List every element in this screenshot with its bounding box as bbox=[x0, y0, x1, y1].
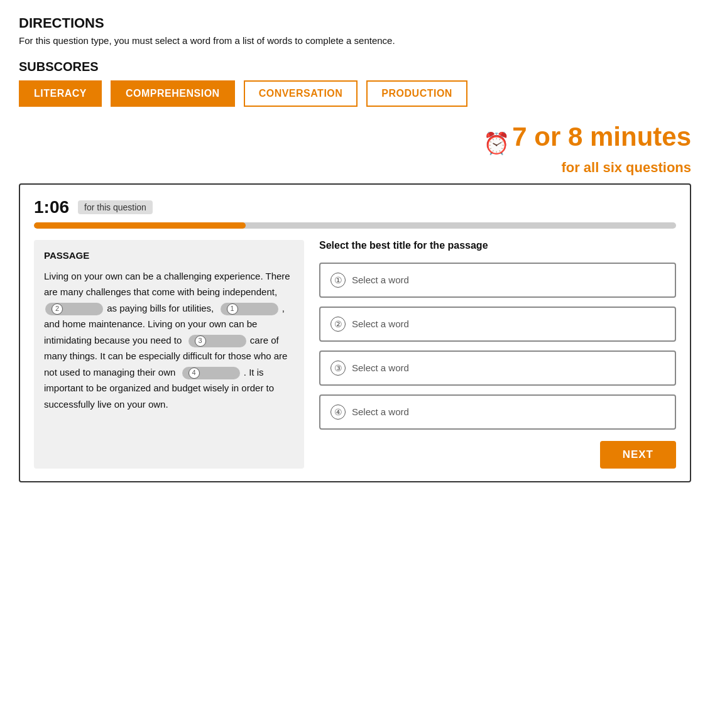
option-label-2: Select a word bbox=[352, 318, 409, 329]
answer-option-1[interactable]: ① Select a word bbox=[319, 263, 676, 298]
subscores-title: SUBSCORES bbox=[19, 60, 691, 74]
passage-label: PASSAGE bbox=[44, 250, 294, 261]
directions-title: DIRECTIONS bbox=[19, 15, 691, 31]
question-time: 1:06 bbox=[34, 197, 69, 217]
subscore-comprehension[interactable]: COMPREHENSION bbox=[111, 80, 235, 107]
question-time-label: for this question bbox=[78, 200, 153, 214]
passage-text: Living on your own can be a challenging … bbox=[44, 268, 294, 413]
answer-option-4[interactable]: ④ Select a word bbox=[319, 394, 676, 430]
main-box: 1:06 for this question PASSAGE Living on… bbox=[19, 183, 691, 482]
option-circle-1: ① bbox=[330, 273, 346, 288]
answer-option-3[interactable]: ③ Select a word bbox=[319, 350, 676, 386]
blank-chip-4: 4 bbox=[182, 367, 240, 379]
progress-bar-fill bbox=[34, 222, 246, 229]
passage-col: PASSAGE Living on your own can be a chal… bbox=[34, 240, 304, 469]
timer-sub: for all six questions bbox=[19, 160, 691, 176]
option-label-4: Select a word bbox=[352, 406, 409, 417]
subscores-row: LITERACY COMPREHENSION CONVERSATION PROD… bbox=[19, 80, 691, 107]
option-label-3: Select a word bbox=[352, 362, 409, 373]
content-row: PASSAGE Living on your own can be a chal… bbox=[34, 240, 676, 469]
next-button[interactable]: NEXT bbox=[600, 441, 676, 469]
blank-chip-2: 2 bbox=[45, 303, 103, 315]
progress-bar-bg bbox=[34, 222, 676, 229]
option-circle-3: ③ bbox=[330, 361, 346, 376]
subscore-production[interactable]: PRODUCTION bbox=[366, 80, 467, 107]
option-label-1: Select a word bbox=[352, 274, 409, 285]
subscore-literacy[interactable]: LITERACY bbox=[19, 80, 102, 107]
timer-icon: ⏰ bbox=[483, 131, 510, 155]
question-heading: Select the best title for the passage bbox=[319, 240, 676, 251]
option-circle-2: ② bbox=[330, 317, 346, 332]
answer-option-2[interactable]: ② Select a word bbox=[319, 307, 676, 342]
subscore-conversation[interactable]: CONVERSATION bbox=[244, 80, 358, 107]
timer-area: ⏰ 7 or 8 minutes bbox=[19, 122, 691, 156]
blank-chip-3: 3 bbox=[188, 335, 246, 347]
directions-text: For this question type, you must select … bbox=[19, 35, 691, 46]
question-timer-row: 1:06 for this question bbox=[34, 197, 676, 217]
option-circle-4: ④ bbox=[330, 405, 346, 420]
question-col: Select the best title for the passage ① … bbox=[319, 240, 676, 469]
timer-main: 7 or 8 minutes bbox=[512, 122, 691, 151]
blank-chip-1: 1 bbox=[221, 303, 278, 315]
